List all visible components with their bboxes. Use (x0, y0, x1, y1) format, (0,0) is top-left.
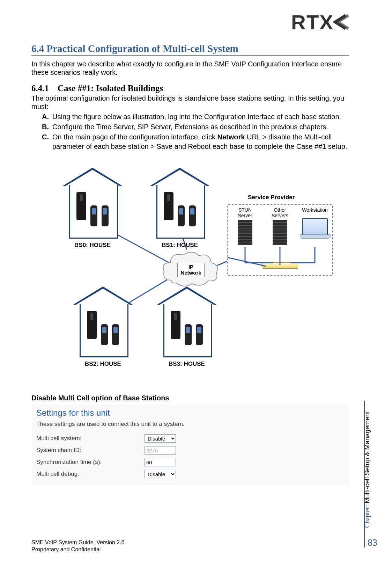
handset-icon (178, 205, 185, 226)
house-bs2: BS2: HOUSE (73, 286, 133, 367)
devices (150, 192, 209, 220)
house-bs1: BS1: HOUSE (150, 168, 209, 248)
setting-row-synctime: Synchronization time (s): (36, 456, 344, 468)
cloud-label-line1: IP (188, 264, 193, 270)
handset-icon (196, 324, 203, 345)
house-label: BS3: HOUSE (157, 361, 216, 368)
subsection-number: 6.4.1 (31, 83, 49, 93)
handset-icon (101, 324, 108, 345)
base-station-icon (164, 192, 173, 220)
house-label: BS0: HOUSE (63, 242, 122, 249)
roof-icon (63, 168, 122, 186)
page-content: RTX 6.4 Practical Configuration of Multi… (31, 0, 349, 567)
setting-label: Synchronization time (s): (36, 459, 145, 466)
service-provider-title: Service Provider (248, 194, 295, 201)
handset-icon (102, 205, 109, 226)
settings-title: Settings for this unit (36, 408, 344, 418)
step-letter: A. (42, 112, 49, 122)
svg-line-10 (228, 257, 266, 266)
subsection-body: The optimal configuration for isolated b… (31, 94, 349, 111)
ip-network-cloud: IP Network (161, 249, 220, 291)
setting-row-debug: Multi cell debug: Disable (36, 468, 344, 480)
setting-label: System chain ID: (36, 447, 145, 454)
step-b: B. Configure the Time Server, SIP Server… (31, 122, 349, 132)
steps-list: A. Using the figure below as illustratio… (31, 112, 349, 151)
sp-wiring (228, 205, 332, 275)
section-number: 6.4 (31, 43, 44, 54)
step-letter: C. (42, 132, 49, 142)
handset-icon (189, 205, 196, 226)
roof-icon (150, 168, 209, 186)
chainid-input[interactable] (145, 446, 176, 455)
setting-label: Multi cell system: (36, 435, 145, 442)
settings-desc: These settings are used to connect this … (36, 421, 344, 428)
house-label: BS2: HOUSE (73, 361, 133, 368)
subsection-title: Case ##1: Isolated Buildings (58, 83, 163, 93)
handset-icon (185, 324, 192, 345)
section-heading: 6.4 Practical Configuration of Multi-cel… (31, 43, 349, 56)
step-letter: B. (42, 122, 49, 132)
step-c: C. On the main page of the configuration… (31, 132, 349, 151)
network-diagram: BS0: HOUSE BS1: HOUSE BS2: HOUSE (52, 168, 339, 370)
side-bar: Chapter: Multi-cell Setup & Management 8… (364, 401, 382, 547)
footer-line2: Proprietary and Confidential (31, 546, 125, 553)
step-text: Configure the Time Server, SIP Server, E… (52, 123, 328, 131)
page-footer: SME VoIP System Guide, Version 2.6 Propr… (31, 539, 125, 553)
setting-row-multicell: Multi cell system: Disable (36, 432, 344, 444)
service-provider-box: STUN Server Other Servers Workstation (227, 204, 333, 276)
house-bs0: BS0: HOUSE (63, 168, 122, 248)
intro-paragraph: In this chapter we describe what exactly… (31, 60, 349, 77)
settings-panel: Settings for this unit These settings ar… (31, 405, 349, 485)
chapter-tag: Chapter: Multi-cell Setup & Management (363, 411, 371, 528)
devices (73, 311, 133, 339)
devices (157, 311, 216, 339)
footer-line1: SME VoIP System Guide, Version 2.6 (31, 539, 125, 546)
setting-label: Multi cell debug: (36, 471, 145, 478)
multicell-select[interactable]: Disable (145, 434, 176, 443)
step-text-bold: Network (217, 133, 245, 141)
house-label: BS1: HOUSE (150, 242, 209, 249)
chapter-value: Multi-cell Setup & Management (363, 411, 371, 503)
roof-icon (73, 286, 133, 305)
base-station-icon (76, 192, 86, 220)
handset-icon (90, 205, 97, 226)
step-a: A. Using the figure below as illustratio… (31, 112, 349, 122)
rtx-logo-text: RTX (291, 10, 334, 34)
base-station-icon (171, 311, 180, 339)
step-text: Using the figure below as illustration, … (52, 113, 341, 121)
main-content: 6.4 Practical Configuration of Multi-cel… (31, 43, 349, 152)
section-title: Practical Configuration of Multi-cell Sy… (47, 43, 238, 54)
devices (63, 192, 122, 220)
debug-select[interactable]: Disable (145, 470, 176, 478)
settings-caption: Disable Multi Cell option of Base Statio… (31, 394, 169, 402)
rtx-logo-arrow-icon (332, 14, 349, 30)
step-text-pre: On the main page of the configuration in… (52, 133, 217, 141)
handset-icon (112, 324, 119, 345)
chapter-label: Chapter: (363, 503, 371, 528)
cloud-label-line2: Network (180, 270, 201, 276)
subsection-heading: 6.4.1 Case ##1: Isolated Buildings (31, 83, 349, 93)
rtx-logo: RTX (276, 10, 349, 34)
page-number: 83 (368, 537, 377, 548)
cloud-label: IP Network (177, 263, 205, 277)
setting-row-chainid: System chain ID: (36, 444, 344, 456)
house-bs3: BS3: HOUSE (157, 286, 216, 367)
base-station-icon (87, 311, 97, 339)
synctime-input[interactable] (145, 458, 176, 466)
